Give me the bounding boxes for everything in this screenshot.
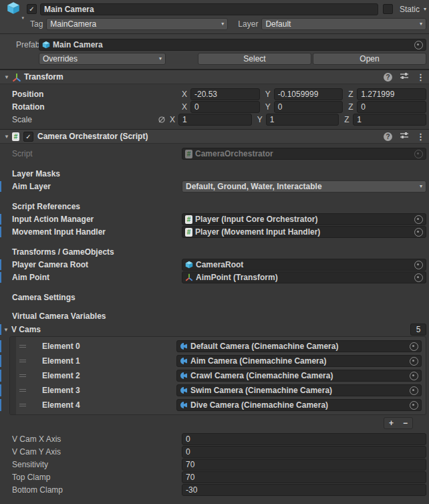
- foldout-triangle-icon[interactable]: ▼: [4, 74, 12, 80]
- section-transforms-gameobjects: Transforms / GameObjects: [0, 247, 429, 257]
- vcam-object-field[interactable]: Aim Camera (Cinemachine Camera): [176, 355, 422, 367]
- tag-label: Tag: [30, 19, 43, 29]
- drag-handle-icon[interactable]: [19, 358, 27, 364]
- aim-layer-row: Aim Layer Default, Ground, Water, Intera…: [0, 180, 426, 193]
- static-dropdown-arrow[interactable]: ▾: [424, 6, 426, 12]
- presets-icon[interactable]: [400, 131, 409, 142]
- cinemachine-camera-icon: [180, 342, 188, 350]
- position-y-field[interactable]: -0.1059999: [274, 88, 343, 100]
- camera-orchestrator-header[interactable]: ▼ # ✓ Camera Orchestrator (Script) ? ⋮: [0, 129, 429, 144]
- drag-handle-icon[interactable]: [19, 373, 27, 378]
- prefab-section: Prefab Main Camera Overrides ▾ Select: [0, 34, 429, 70]
- overrides-dropdown[interactable]: Overrides ▾: [39, 53, 166, 65]
- vcam-x-axis-row: V Cam X Axis 0: [0, 433, 426, 445]
- vcam-element-row: Element 2 Crawl Camera (Cinemachine Came…: [10, 368, 426, 383]
- top-clamp-label: Top Clamp: [12, 473, 182, 482]
- object-picker-icon[interactable]: [414, 215, 423, 224]
- help-icon[interactable]: ?: [384, 73, 392, 82]
- position-row: Position X-20.53 Y-0.1059999 Z1.271999: [0, 88, 426, 100]
- static-checkbox[interactable]: [383, 4, 393, 14]
- gameobject-icon-wrap[interactable]: ▾: [3, 1, 27, 17]
- scale-z-field[interactable]: 1: [353, 114, 426, 126]
- x-axis-label: X: [182, 102, 187, 112]
- overrides-label: Overrides: [43, 53, 78, 64]
- add-element-button[interactable]: +: [384, 418, 398, 428]
- aim-layer-dropdown[interactable]: Default, Ground, Water, Interactable ▾: [182, 180, 426, 193]
- object-picker-icon[interactable]: [410, 372, 418, 380]
- object-picker-icon[interactable]: [410, 401, 418, 410]
- static-group: Static ▾: [383, 4, 426, 14]
- cinemachine-camera-icon: [180, 401, 188, 409]
- scale-constrain-icon[interactable]: [158, 116, 166, 124]
- icon-dropdown-arrow: ▾: [21, 15, 24, 21]
- remove-element-button[interactable]: −: [398, 418, 412, 428]
- rotation-z-field[interactable]: 0: [357, 101, 426, 113]
- vcam-object-field[interactable]: Swim Camera (Cinemachine Camera): [176, 384, 422, 396]
- player-camera-root-field[interactable]: CameraRoot: [182, 259, 426, 271]
- vcams-size-field[interactable]: 5: [410, 324, 426, 336]
- scale-y-field[interactable]: 1: [266, 114, 339, 126]
- object-picker-icon[interactable]: [410, 342, 418, 351]
- z-axis-label: Z: [344, 115, 349, 124]
- layer-dropdown[interactable]: Default ▾: [261, 18, 426, 30]
- foldout-triangle-icon[interactable]: ▼: [3, 327, 11, 333]
- vcams-foldout-row[interactable]: ▼ V Cams 5: [0, 323, 426, 336]
- bottom-clamp-label: Bottom Clamp: [12, 485, 182, 495]
- position-x-field[interactable]: -20.53: [190, 88, 260, 100]
- gameobject-header: ▾ ✓ Main Camera Static ▾ Tag MainCamera …: [0, 0, 429, 34]
- rotation-y-field[interactable]: 0: [274, 101, 343, 113]
- presets-icon[interactable]: [400, 72, 409, 82]
- vcam-y-axis-field[interactable]: 0: [182, 446, 426, 458]
- sensitivity-field[interactable]: 70: [182, 459, 426, 471]
- movement-input-handler-field[interactable]: # Player (Movement Input Handler): [182, 226, 426, 238]
- aim-point-row: Aim Point AimPoint (Transform): [0, 271, 426, 283]
- bottom-clamp-row: Bottom Clamp -30: [0, 484, 426, 496]
- tag-dropdown[interactable]: MainCamera ▾: [46, 18, 228, 30]
- position-z-field[interactable]: 1.271999: [357, 88, 426, 100]
- object-picker-icon[interactable]: [410, 357, 418, 366]
- more-menu-icon[interactable]: ⋮: [416, 73, 425, 82]
- vcam-x-axis-field[interactable]: 0: [182, 433, 426, 445]
- vcams-list: Element 0 Default Camera (Cinemachine Ca…: [9, 336, 426, 415]
- vcams-label: V Cams: [11, 325, 410, 334]
- object-field-value: Dive Camera (Cinemachine Camera): [190, 400, 328, 410]
- csharp-script-icon: #: [185, 228, 192, 237]
- object-field-value: AimPoint (Transform): [196, 273, 278, 282]
- component-enabled-checkbox[interactable]: ✓: [23, 132, 33, 142]
- vcam-object-field[interactable]: Dive Camera (Cinemachine Camera): [176, 399, 422, 411]
- top-clamp-field[interactable]: 70: [182, 471, 426, 483]
- active-checkbox[interactable]: ✓: [27, 4, 37, 14]
- drag-handle-icon[interactable]: [19, 388, 27, 393]
- object-picker-icon[interactable]: [414, 228, 423, 237]
- object-picker-icon[interactable]: [414, 41, 423, 49]
- script-label: Script: [12, 149, 182, 158]
- transform-header[interactable]: ▼ Transform ? ⋮: [0, 70, 429, 84]
- rotation-x-field[interactable]: 0: [190, 101, 260, 113]
- drag-handle-icon[interactable]: [19, 344, 27, 349]
- object-picker-icon[interactable]: [414, 273, 423, 282]
- aim-point-field[interactable]: AimPoint (Transform): [182, 271, 426, 283]
- aim-layer-label: Aim Layer: [12, 182, 182, 191]
- scale-x-field[interactable]: 1: [178, 114, 252, 126]
- input-action-manager-row: Input Action Manager # Player (Input Cor…: [0, 213, 426, 225]
- drag-handle-icon[interactable]: [19, 402, 27, 408]
- object-picker-icon[interactable]: [414, 261, 423, 269]
- more-menu-icon[interactable]: ⋮: [416, 132, 425, 141]
- input-action-manager-field[interactable]: # Player (Input Core Orchestrator): [182, 213, 426, 225]
- gameobject-name-field[interactable]: Main Camera: [40, 3, 378, 15]
- csharp-script-icon: #: [185, 150, 192, 158]
- select-button[interactable]: Select: [198, 53, 311, 65]
- foldout-triangle-icon[interactable]: ▼: [4, 134, 12, 140]
- help-icon[interactable]: ?: [384, 132, 392, 141]
- cinemachine-camera-icon: [180, 372, 188, 380]
- vcam-object-field[interactable]: Default Camera (Cinemachine Camera): [176, 340, 422, 352]
- element-label: Element 3: [27, 386, 176, 395]
- bottom-clamp-field[interactable]: -30: [182, 484, 426, 496]
- prefab-object-field[interactable]: Main Camera: [39, 39, 426, 51]
- cinemachine-camera-icon: [180, 386, 188, 394]
- object-picker-icon[interactable]: [410, 386, 418, 395]
- open-button[interactable]: Open: [313, 53, 426, 65]
- vcam-object-field[interactable]: Crawl Camera (Cinemachine Camera): [176, 370, 422, 382]
- vcam-element-row: Element 3 Swim Camera (Cinemachine Camer…: [10, 383, 426, 398]
- input-action-manager-label: Input Action Manager: [12, 215, 182, 224]
